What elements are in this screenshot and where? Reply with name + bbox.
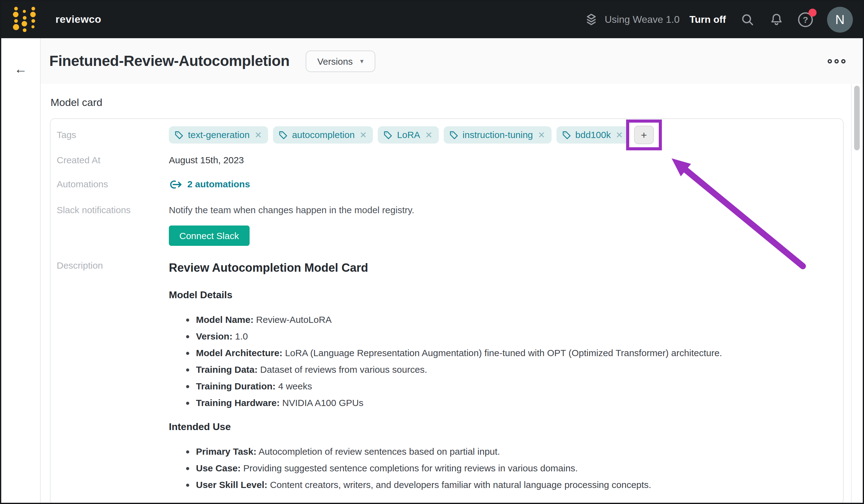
tag-pill: bdd100k✕	[556, 126, 629, 144]
page-header: Finetuned-Review-Autocompletion Versions…	[41, 38, 863, 84]
description-label: Description	[57, 259, 169, 272]
automations-row: Automations 2 automations	[57, 178, 835, 192]
weave-status-label: Using Weave 1.0	[604, 14, 680, 25]
tag-icon	[449, 130, 458, 140]
tag-pill: text-generation✕	[169, 126, 268, 144]
page-title: Finetuned-Review-Autocompletion	[49, 52, 290, 70]
created-at-value: August 15th, 2023	[169, 154, 835, 166]
model-card: Tags text-generation✕autocompletion✕LoRA…	[50, 118, 844, 504]
bullet-list: Model Name: Review-AutoLoRAVersion: 1.0M…	[169, 313, 835, 409]
bullet-list: Primary Task: Autocompletion of review s…	[169, 445, 835, 491]
layers-icon	[584, 12, 599, 27]
left-rail: ←	[1, 38, 41, 504]
app-window: reviewco Using Weave 1.0 Turn off	[0, 0, 864, 504]
tag-text: bdd100k	[575, 129, 611, 141]
bullet-item: Training Duration: 4 weeks	[196, 380, 835, 392]
created-at-label: Created At	[57, 154, 169, 166]
main-content: Finetuned-Review-Autocompletion Versions…	[41, 38, 863, 504]
remove-tag-icon[interactable]: ✕	[616, 129, 623, 141]
tag-icon	[562, 130, 571, 140]
description-subheading: Model Details	[169, 287, 835, 302]
description-sections: Model DetailsModel Name: Review-AutoLoRA…	[169, 287, 835, 491]
weave-status: Using Weave 1.0	[584, 12, 680, 27]
help-icon[interactable]: ?	[798, 12, 813, 27]
slack-label: Slack notifications	[57, 204, 169, 216]
automations-label: Automations	[57, 178, 169, 190]
notification-dot	[808, 9, 817, 17]
tag-text: text-generation	[188, 129, 250, 141]
scrollbar-thumb[interactable]	[854, 86, 860, 150]
bullet-item: Model Name: Review-AutoLoRA	[196, 313, 835, 326]
model-card-section-title: Model card	[50, 97, 844, 109]
remove-tag-icon[interactable]: ✕	[254, 129, 262, 141]
tag-text: LoRA	[397, 129, 420, 141]
automations-link-text: 2 automations	[187, 178, 250, 190]
tag-pill: instruction-tuning✕	[443, 126, 551, 144]
tag-pill: autocompletion✕	[273, 126, 373, 144]
description-row: Description Review Autocompletion Model …	[57, 259, 835, 501]
wandb-logo-icon[interactable]	[12, 6, 35, 33]
bullet-item: Model Architecture: LoRA (Language Repre…	[196, 347, 835, 359]
user-avatar[interactable]: N	[827, 7, 853, 33]
automation-icon	[169, 180, 182, 189]
remove-tag-icon[interactable]: ✕	[538, 129, 545, 141]
remove-tag-icon[interactable]: ✕	[360, 129, 367, 141]
search-icon[interactable]	[740, 12, 755, 27]
bullet-item: User Skill Level: Content creators, writ…	[196, 478, 835, 491]
chevron-down-icon: ▾	[360, 57, 363, 65]
bullet-item: Training Hardware: NVIDIA A100 GPUs	[196, 396, 835, 409]
description-heading: Review Autocompletion Model Card	[169, 260, 835, 275]
add-tag-button[interactable]: +	[634, 126, 654, 144]
tag-text: instruction-tuning	[463, 129, 533, 141]
notifications-bell-icon[interactable]	[769, 12, 784, 27]
plus-icon: +	[641, 130, 647, 140]
tag-pill: LoRA✕	[378, 126, 439, 144]
top-navbar: reviewco Using Weave 1.0 Turn off	[1, 1, 863, 38]
description-subheading: Intended Use	[169, 419, 835, 434]
bullet-item: Training Data: Dataset of reviews from v…	[196, 363, 835, 375]
tag-icon	[384, 130, 393, 140]
bullet-item: Primary Task: Autocompletion of review s…	[196, 445, 835, 457]
bullet-item: Version: 1.0	[196, 330, 835, 342]
overflow-menu-button[interactable]	[825, 56, 848, 65]
slack-description: Notify the team when changes happen in t…	[169, 204, 835, 216]
connect-slack-button[interactable]: Connect Slack	[169, 225, 249, 245]
tags-label: Tags	[57, 129, 169, 141]
model-card-panel: Model card Tags text-generation✕autocomp…	[41, 84, 863, 504]
help-glyph: ?	[803, 15, 808, 25]
entity-name[interactable]: reviewco	[56, 14, 101, 26]
created-at-row: Created At August 15th, 2023	[57, 154, 835, 166]
slack-row: Slack notifications Notify the team when…	[57, 204, 835, 245]
page-body: ← Finetuned-Review-Autocompletion Versio…	[1, 38, 863, 504]
back-arrow-button[interactable]: ←	[12, 62, 29, 79]
weave-turn-off-button[interactable]: Turn off	[689, 14, 726, 25]
description-content: Review Autocompletion Model Card Model D…	[169, 259, 835, 501]
versions-dropdown-button[interactable]: Versions ▾	[306, 50, 375, 72]
automations-link[interactable]: 2 automations	[169, 178, 250, 190]
tag-icon	[175, 130, 184, 140]
tag-icon	[278, 130, 288, 140]
tag-text: autocompletion	[292, 129, 355, 141]
remove-tag-icon[interactable]: ✕	[425, 129, 432, 141]
versions-label: Versions	[317, 56, 353, 66]
vertical-scrollbar	[851, 84, 863, 504]
tag-list: text-generation✕autocompletion✕LoRA✕inst…	[169, 126, 835, 144]
tags-row: Tags text-generation✕autocompletion✕LoRA…	[57, 126, 835, 144]
bullet-item: Use Case: Providing suggested sentence c…	[196, 462, 835, 474]
